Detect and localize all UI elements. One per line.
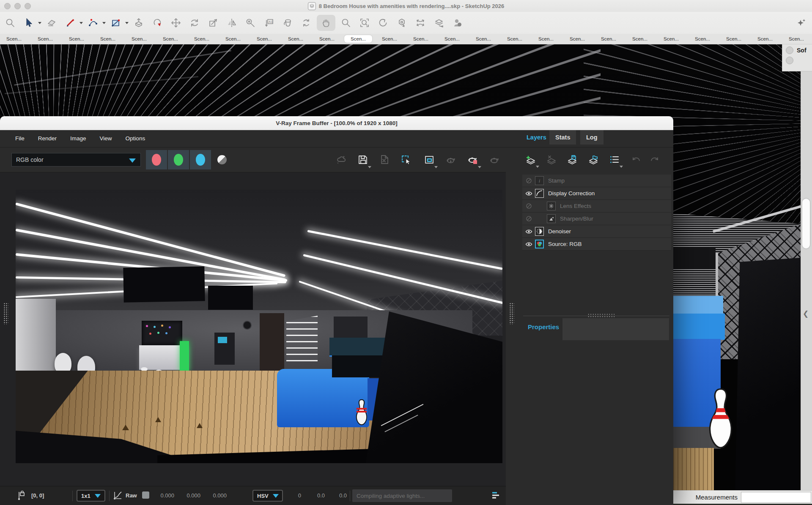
scene-tab[interactable]: Scen...: [751, 35, 779, 43]
pan-tool-icon[interactable]: [317, 15, 335, 31]
load-layers-icon[interactable]: [586, 151, 601, 169]
follow-me-tool-icon[interactable]: [151, 15, 164, 31]
scene-tab[interactable]: Scen...: [438, 35, 466, 43]
scene-tab[interactable]: Scen...: [313, 35, 341, 43]
scene-tab[interactable]: Scen...: [188, 35, 216, 43]
menu-render[interactable]: Render: [38, 135, 57, 142]
properties-box[interactable]: [562, 318, 669, 340]
red-channel-button[interactable]: [146, 150, 167, 169]
pin-tracking-icon[interactable]: [15, 490, 26, 501]
scene-tab[interactable]: Scen...: [407, 35, 435, 43]
walk-tool-icon[interactable]: [414, 15, 427, 31]
ai-assistant-icon[interactable]: [795, 15, 807, 31]
zoom-button[interactable]: [25, 3, 31, 9]
vfb-left-grip[interactable]: [3, 303, 8, 325]
select-dropdown-caret[interactable]: [38, 22, 41, 24]
render-last-icon[interactable]: [443, 150, 458, 169]
log-toggle-icon[interactable]: [491, 491, 501, 501]
mono-channel-button[interactable]: [217, 155, 227, 164]
zoom-extents-icon[interactable]: [358, 15, 371, 31]
follow-mouse-region-icon[interactable]: [422, 150, 437, 169]
scene-tab[interactable]: Scen...: [156, 35, 184, 43]
tab-log[interactable]: Log: [580, 130, 604, 145]
eye-visible-icon[interactable]: [522, 241, 535, 247]
scene-tab[interactable]: Scen...: [782, 35, 810, 43]
scene-tab[interactable]: Scen...: [689, 35, 716, 43]
scene-tab[interactable]: Scen...: [219, 35, 247, 43]
tab-layers[interactable]: Layers: [521, 130, 552, 145]
scene-tab[interactable]: Scen...: [250, 35, 278, 43]
eye-hidden-icon[interactable]: [522, 216, 535, 222]
tray-collapse-chevron-icon[interactable]: ❮: [803, 309, 809, 318]
panel-radio-icon[interactable]: [786, 57, 793, 64]
menu-options[interactable]: Options: [126, 135, 145, 142]
menu-file[interactable]: File: [15, 135, 25, 142]
menu-image[interactable]: Image: [70, 135, 86, 142]
arc-dropdown-caret[interactable]: [102, 22, 106, 24]
scene-tab[interactable]: Scen...: [657, 35, 685, 43]
interactive-render-icon[interactable]: [487, 150, 502, 169]
orbit-tool-icon[interactable]: [300, 15, 313, 31]
curve-display-icon[interactable]: [112, 490, 123, 501]
delete-layer-icon[interactable]: [544, 151, 559, 169]
undo-icon[interactable]: [629, 151, 644, 169]
layer-row[interactable]: iStamp: [522, 175, 671, 187]
scene-tab[interactable]: Scen...: [376, 35, 403, 43]
arc-tool-icon[interactable]: [87, 15, 99, 31]
scene-tab[interactable]: Scen...: [720, 35, 748, 43]
rectangle-dropdown-caret[interactable]: [125, 22, 129, 24]
scene-tab[interactable]: Scen...: [532, 35, 560, 43]
render-image[interactable]: [16, 190, 502, 463]
layer-row[interactable]: Sharpen/Blur: [522, 213, 671, 225]
tab-stats[interactable]: Stats: [549, 130, 576, 145]
minimize-button[interactable]: [14, 3, 21, 9]
text-tool-icon[interactable]: A1: [263, 15, 275, 31]
create-layer-icon[interactable]: [523, 151, 538, 169]
effects-icon[interactable]: [334, 150, 349, 169]
clear-image-icon[interactable]: [377, 150, 392, 169]
blue-channel-button[interactable]: [190, 150, 211, 169]
rotate-tool-icon[interactable]: [188, 15, 201, 31]
eye-visible-icon[interactable]: [522, 191, 535, 197]
eye-hidden-icon[interactable]: [522, 177, 535, 184]
raw-checkbox[interactable]: [142, 491, 149, 499]
stop-render-icon[interactable]: [465, 150, 480, 169]
channel-dropdown[interactable]: RGB color: [11, 153, 141, 167]
move-tool-icon[interactable]: [170, 15, 182, 31]
rectangle-tool-icon[interactable]: [110, 15, 122, 31]
tray-scrollbar[interactable]: [802, 199, 810, 248]
redo-icon[interactable]: [647, 151, 662, 169]
save-image-icon[interactable]: [355, 150, 370, 169]
scene-tab[interactable]: Scen...: [63, 35, 91, 43]
green-channel-button[interactable]: [168, 150, 189, 169]
previous-view-icon[interactable]: [377, 15, 390, 31]
eraser-tool-icon[interactable]: [45, 15, 58, 31]
scene-tab[interactable]: Scen...: [563, 35, 591, 43]
layer-row[interactable]: Display Correction: [522, 187, 671, 200]
scene-tab[interactable]: Scen...: [125, 35, 153, 43]
panel-radio-icon[interactable]: [786, 46, 793, 54]
select-tool-icon[interactable]: [22, 15, 35, 31]
measurements-input[interactable]: [741, 492, 811, 503]
scene-tab[interactable]: Scen...: [0, 35, 28, 43]
eye-visible-icon[interactable]: [522, 229, 535, 235]
tape-measure-tool-icon[interactable]: [244, 15, 257, 31]
scene-tab[interactable]: Scen...: [344, 35, 372, 43]
eye-hidden-icon[interactable]: [522, 203, 535, 209]
scene-tab[interactable]: Scen...: [501, 35, 529, 43]
region-render-icon[interactable]: [398, 150, 414, 169]
vfb-splitter-grip[interactable]: [509, 303, 514, 325]
layer-row[interactable]: Source: RGB: [522, 238, 671, 251]
scene-tab[interactable]: Scen...: [626, 35, 654, 43]
paint-bucket-tool-icon[interactable]: [281, 15, 294, 31]
scene-tab[interactable]: Scen...: [31, 35, 59, 43]
scene-tab[interactable]: Scen...: [469, 35, 497, 43]
menu-view[interactable]: View: [100, 135, 112, 142]
scene-tab[interactable]: Scen...: [282, 35, 310, 43]
look-around-icon[interactable]: [433, 15, 445, 31]
layer-options-icon[interactable]: [607, 151, 622, 169]
layer-row[interactable]: Denoiser: [522, 225, 671, 238]
flip-tool-icon[interactable]: [225, 15, 238, 31]
layer-row[interactable]: Lens Effects: [522, 200, 671, 213]
push-pull-tool-icon[interactable]: [132, 15, 145, 31]
